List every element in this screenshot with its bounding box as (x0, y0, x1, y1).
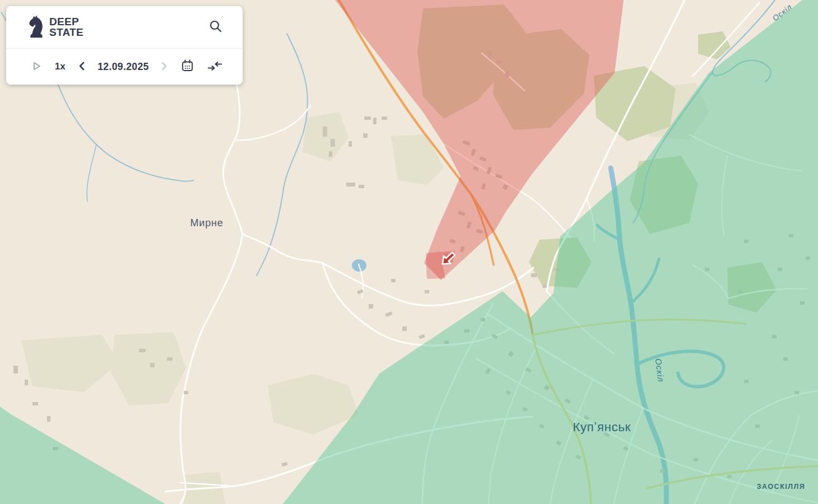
playback-speed-button[interactable]: 1x (54, 60, 67, 73)
prev-date-button[interactable] (77, 60, 86, 74)
brand-wordmark: DEEP STATE (49, 17, 83, 38)
chevron-left-icon (78, 61, 85, 73)
brand-line-1: DEEP (49, 17, 83, 27)
map-label: Купʼянськ (573, 420, 630, 434)
calendar-icon (181, 59, 194, 74)
deepstate-logo[interactable]: DEEP STATE (27, 14, 83, 41)
map-label: Мирне (190, 217, 223, 228)
play-icon (32, 61, 41, 73)
compare-arrows-icon (207, 60, 222, 73)
panel-header: DEEP STATE (6, 6, 243, 48)
knight-logo-icon (27, 14, 44, 41)
control-panel: DEEP STATE (6, 6, 243, 85)
chevron-right-icon (161, 61, 168, 73)
timeline-controls: 1x 12.09.2025 (6, 49, 243, 85)
app-root: МирнеКупʼянськЗАОСКІЛЛЯОскілОскіл DEEP S… (0, 0, 818, 504)
map-label: ЗАОСКІЛЛЯ (757, 483, 806, 491)
brand-line-2: STATE (49, 27, 83, 38)
play-button[interactable] (31, 60, 43, 74)
compare-dates-button[interactable] (206, 59, 224, 74)
search-button[interactable] (208, 18, 224, 36)
date-display[interactable]: 12.09.2025 (97, 61, 149, 73)
calendar-button[interactable] (180, 58, 195, 75)
search-icon (209, 20, 222, 35)
next-date-button[interactable] (160, 60, 169, 74)
